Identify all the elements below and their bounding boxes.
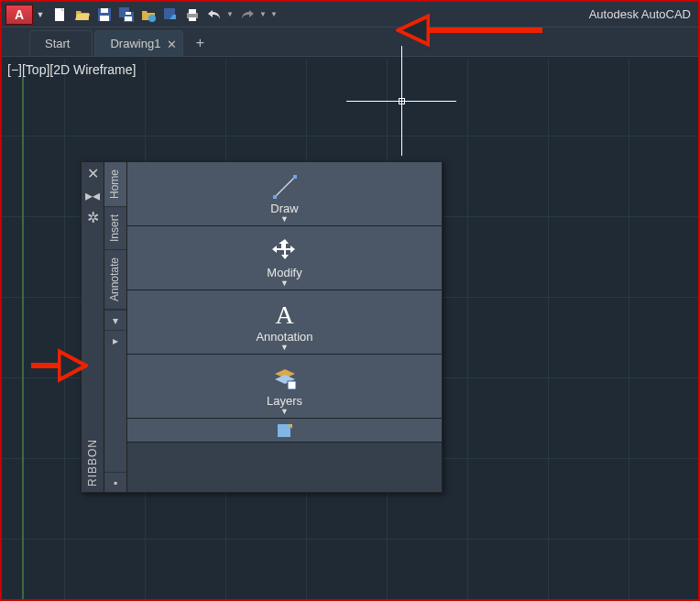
panel-annotation[interactable]: A Annotation ▼ xyxy=(127,290,442,355)
close-icon[interactable]: ✕ xyxy=(167,38,177,51)
ribbon-tab-more-icon[interactable]: ▪ xyxy=(104,472,126,492)
panel-next[interactable] xyxy=(127,419,442,443)
svg-rect-15 xyxy=(273,195,277,199)
ucs-y-axis xyxy=(22,77,24,599)
tab-start[interactable]: Start xyxy=(29,30,93,56)
svg-rect-3 xyxy=(101,8,108,13)
chevron-down-icon: ▼ xyxy=(280,343,289,352)
viewport-controls[interactable]: [−][Top][2D Wireframe] xyxy=(7,62,136,77)
qat-customize-dropdown[interactable]: ▼ xyxy=(269,10,279,18)
app-menu-dropdown[interactable]: ▼ xyxy=(35,5,46,25)
chevron-down-icon: ▼ xyxy=(280,279,289,288)
new-tab-button[interactable]: + xyxy=(189,32,211,54)
chevron-down-icon: ▼ xyxy=(280,407,289,416)
svg-rect-17 xyxy=(288,381,296,389)
svg-rect-12 xyxy=(189,9,196,14)
annotation-arrow-left xyxy=(27,345,88,386)
panel-modify[interactable]: Modify ▼ xyxy=(127,226,442,290)
svg-rect-16 xyxy=(293,175,297,179)
block-icon xyxy=(276,421,294,439)
move-icon xyxy=(271,237,299,265)
svg-rect-8 xyxy=(125,16,132,21)
palette-title: RIBBON xyxy=(86,439,99,486)
annotation-arrow-top xyxy=(396,9,552,51)
svg-rect-4 xyxy=(100,16,109,21)
tab-start-label: Start xyxy=(45,37,70,50)
svg-rect-7 xyxy=(126,12,131,15)
ribbon-tab-overflow-icon[interactable]: ▾ xyxy=(104,310,126,330)
svg-point-9 xyxy=(148,15,156,22)
ribbon-tab-expand-icon[interactable]: ▸ xyxy=(104,330,126,350)
panel-annotation-label: Annotation xyxy=(256,331,312,343)
open-icon[interactable] xyxy=(72,5,93,25)
panel-draw[interactable]: Draw ▼ xyxy=(127,162,442,226)
savecloud-icon[interactable] xyxy=(160,5,180,25)
panel-modify-label: Modify xyxy=(267,267,301,279)
panel-layers[interactable]: Layers ▼ xyxy=(127,355,442,419)
new-icon[interactable] xyxy=(50,5,71,25)
undo-dropdown[interactable]: ▼ xyxy=(225,10,235,18)
chevron-down-icon: ▼ xyxy=(280,214,289,224)
svg-rect-13 xyxy=(189,17,196,21)
ribbon-panels: Draw ▼ Modify ▼ A Annotation ▼ Layers ▼ xyxy=(127,162,442,492)
app-menu-button[interactable]: A xyxy=(5,5,33,25)
ribbon-tab-insert[interactable]: Insert xyxy=(104,207,126,250)
redo-dropdown[interactable]: ▼ xyxy=(258,10,268,18)
tab-drawing1-label: Drawing1 xyxy=(110,37,160,50)
ribbon-tab-strip: Home Insert Annotate ▾ ▸ ▪ xyxy=(104,162,127,492)
save-icon[interactable] xyxy=(94,5,115,25)
plot-icon[interactable] xyxy=(182,5,202,25)
svg-line-14 xyxy=(275,177,295,197)
panel-draw-label: Draw xyxy=(270,202,298,214)
ribbon-tab-annotate[interactable]: Annotate xyxy=(104,250,126,310)
ribbon-palette[interactable]: ✕ ▸◂ ✲ RIBBON Home Insert Annotate ▾ ▸ ▪… xyxy=(81,161,443,493)
layers-icon xyxy=(271,366,299,393)
palette-close-icon[interactable]: ✕ xyxy=(85,166,100,180)
line-icon xyxy=(271,173,299,201)
palette-settings-icon[interactable]: ✲ xyxy=(85,210,100,224)
undo-icon[interactable] xyxy=(204,5,224,25)
title-bar: A ▼ ▼ ▼ ▼ Autodesk AutoCAD xyxy=(2,2,698,27)
pickbox xyxy=(399,98,405,104)
openweb-icon[interactable] xyxy=(138,5,159,25)
drawing-viewport[interactable]: [−][Top][2D Wireframe] ✕ ▸◂ ✲ RIBBON Hom… xyxy=(2,59,698,599)
text-icon: A xyxy=(271,301,299,329)
ribbon-tab-home[interactable]: Home xyxy=(104,162,126,207)
saveas-icon[interactable] xyxy=(116,5,137,25)
redo-icon[interactable] xyxy=(237,5,257,25)
tab-drawing1[interactable]: Drawing1 ✕ xyxy=(94,30,183,56)
palette-sidebar: ✕ ▸◂ ✲ RIBBON xyxy=(82,162,104,492)
app-title: Autodesk AutoCAD xyxy=(589,7,695,21)
document-tab-bar: Start Drawing1 ✕ + xyxy=(2,27,698,57)
palette-dock-icon[interactable]: ▸◂ xyxy=(85,188,100,202)
panel-layers-label: Layers xyxy=(267,395,302,407)
svg-rect-18 xyxy=(278,424,290,437)
